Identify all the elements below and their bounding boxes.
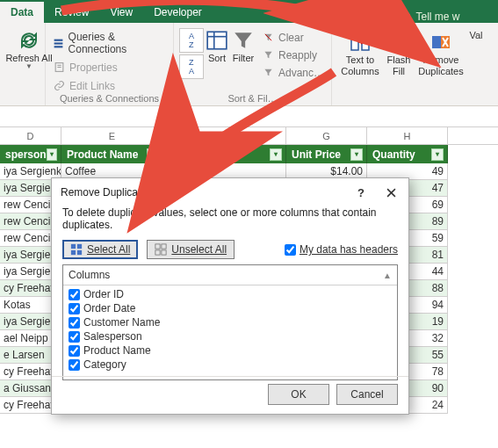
has-headers-label[interactable]: My data has headers xyxy=(300,243,398,256)
column-name: Customer Name xyxy=(83,316,160,329)
column-checkbox[interactable] xyxy=(69,303,80,314)
reapply-filter-button[interactable]: Reapply xyxy=(260,47,326,62)
group-queries-connections: Queries & Connections Properties Edit Li… xyxy=(46,23,174,105)
col-H[interactable]: H xyxy=(367,127,448,144)
unselect-all-label: Unselect All xyxy=(171,243,227,256)
refresh-icon xyxy=(17,28,41,53)
help-button[interactable]: ? xyxy=(350,184,372,201)
cancel-button[interactable]: Cancel xyxy=(336,384,398,405)
dropdown-icon[interactable]: ▾ xyxy=(431,148,444,161)
tab-review[interactable]: Review xyxy=(44,2,99,23)
col-G[interactable]: G xyxy=(286,127,367,144)
queries-icon xyxy=(53,37,65,50)
table-header-category[interactable]: Category▾ xyxy=(163,145,286,163)
clear-label: Clear xyxy=(278,32,304,44)
dropdown-icon[interactable]: ▾ xyxy=(47,148,57,161)
tab-view[interactable]: View xyxy=(99,2,143,23)
header-label: Product Name xyxy=(67,148,138,161)
text-to-columns-button[interactable]: Text to Columns xyxy=(337,26,383,76)
table-header-unitprice[interactable]: Unit Price▾ xyxy=(286,145,367,163)
columns-listbox: Columns ▲ Order IDOrder DateCustomer Nam… xyxy=(62,264,398,380)
ribbon: Refresh All ▼ Queries & Connections Prop… xyxy=(0,23,498,106)
properties-button[interactable]: Properties xyxy=(51,60,168,75)
column-checkbox-row[interactable]: Salesperson xyxy=(67,329,393,343)
column-checkbox-row[interactable]: Product Name xyxy=(67,343,393,358)
has-headers-checkbox[interactable] xyxy=(285,244,296,256)
sort-button[interactable]: Sort xyxy=(204,25,230,104)
edit-links-button[interactable]: Edit Links xyxy=(51,78,168,93)
column-name: Salesperson xyxy=(83,330,142,343)
col-F[interactable]: F xyxy=(163,127,286,144)
val-label: Val xyxy=(469,30,482,41)
header-label: Quantity xyxy=(372,148,415,161)
col-D[interactable]: D xyxy=(0,127,61,144)
column-checkbox[interactable] xyxy=(69,359,80,371)
tell-me-label: Tell me w xyxy=(415,11,459,23)
svg-rect-23 xyxy=(77,250,82,255)
column-checkbox[interactable] xyxy=(69,331,80,343)
sort-az-button[interactable]: AZ xyxy=(179,28,204,53)
table-header-row: sperson▾ Product Name▾ Category▾ Unit Pr… xyxy=(0,145,498,163)
filter-button[interactable]: Filter xyxy=(230,25,256,104)
header-label: Category xyxy=(169,148,214,161)
tell-me[interactable]: Tell me w xyxy=(394,11,466,23)
ok-button[interactable]: OK xyxy=(268,384,329,405)
tab-developer[interactable]: Developer xyxy=(143,2,213,23)
queries-connections-label: Queries & Connections xyxy=(69,31,166,55)
select-all-button[interactable]: Select All xyxy=(62,240,138,259)
reapply-label: Reapply xyxy=(278,49,317,61)
dialog-toolbar: Select All Unselect All My data has head… xyxy=(52,238,408,264)
advanced-label: Advanc… xyxy=(278,67,324,79)
unselect-all-icon xyxy=(155,243,167,256)
svg-rect-20 xyxy=(71,244,76,249)
svg-rect-13 xyxy=(401,35,406,40)
edit-links-label: Edit Links xyxy=(69,80,115,92)
table-header-salesperson[interactable]: sperson▾ xyxy=(0,145,61,163)
table-header-quantity[interactable]: Quantity▾ xyxy=(367,145,448,163)
sort-za-button[interactable]: ZA xyxy=(179,54,204,79)
svg-rect-14 xyxy=(432,36,441,48)
ribbon-tabs: Data Review View Developer XL Campus Des… xyxy=(0,0,498,23)
advanced-icon xyxy=(262,66,275,79)
data-validation-button[interactable]: Val xyxy=(467,26,485,76)
unselect-all-button[interactable]: Unselect All xyxy=(147,240,235,259)
svg-rect-10 xyxy=(351,34,358,50)
svg-rect-25 xyxy=(162,244,166,249)
column-checkbox[interactable] xyxy=(69,289,80,300)
reapply-icon xyxy=(262,48,275,61)
column-name: Order Date xyxy=(83,302,135,314)
col-E[interactable]: E xyxy=(61,127,163,144)
sort-toggle-icon[interactable]: ▲ xyxy=(383,271,392,280)
column-name: Product Name xyxy=(83,344,151,357)
svg-rect-27 xyxy=(162,250,166,255)
tab-design[interactable]: Design xyxy=(341,2,394,23)
svg-rect-6 xyxy=(207,32,227,49)
tab-xlcampus[interactable]: XL Campus xyxy=(265,2,341,23)
tab-data[interactable]: Data xyxy=(0,2,44,23)
columns-label: Columns xyxy=(69,269,110,281)
dropdown-icon[interactable]: ▾ xyxy=(270,148,282,161)
flash-fill-button[interactable]: Flash Fill xyxy=(383,26,415,76)
dropdown-icon[interactable]: ▾ xyxy=(147,148,159,161)
clear-icon xyxy=(262,31,275,44)
column-checkbox-row[interactable]: Category xyxy=(67,358,393,372)
group-sort-filter: AZ ZA Sort Filter Clear Reapply xyxy=(174,23,332,105)
svg-rect-26 xyxy=(155,250,160,255)
queries-connections-button[interactable]: Queries & Connections xyxy=(51,30,168,56)
column-checkbox[interactable] xyxy=(69,345,80,357)
properties-label: Properties xyxy=(69,61,118,74)
column-checkbox-row[interactable]: Customer Name xyxy=(67,315,393,329)
column-checkbox[interactable] xyxy=(69,317,80,329)
remove-duplicates-dialog: Remove Duplicates ? To delete duplicate … xyxy=(51,177,409,415)
dropdown-icon[interactable]: ▾ xyxy=(350,148,363,161)
column-letters-row: D E F G H xyxy=(0,127,498,145)
table-header-product[interactable]: Product Name▾ xyxy=(61,145,163,163)
close-button[interactable] xyxy=(380,184,401,201)
dialog-title-text: Remove Duplicates xyxy=(61,186,152,199)
column-checkbox-row[interactable]: Order ID xyxy=(67,287,393,301)
remove-duplicates-button[interactable]: Remove Duplicates xyxy=(415,26,467,76)
column-checkbox-row[interactable]: Order Date xyxy=(67,301,393,315)
clear-filter-button[interactable]: Clear xyxy=(260,30,326,45)
advanced-filter-button[interactable]: Advanc… xyxy=(260,65,326,80)
text-to-columns-icon xyxy=(348,30,372,54)
